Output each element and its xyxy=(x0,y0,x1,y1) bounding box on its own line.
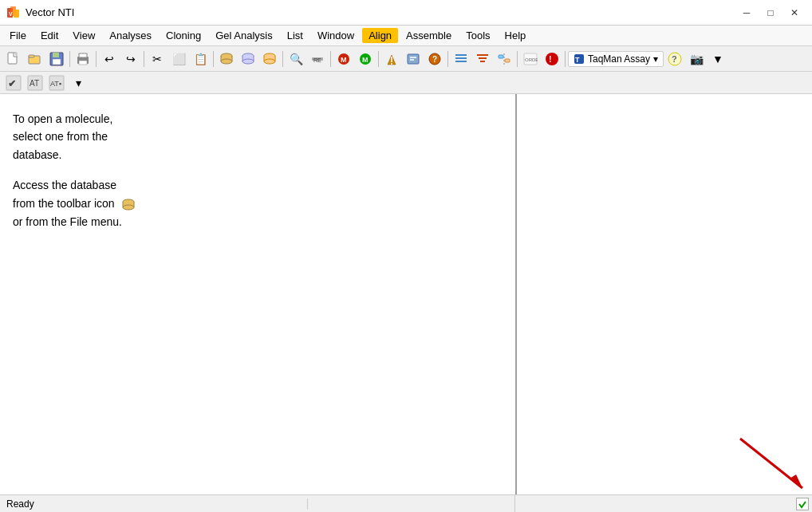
svg-text:AT▪: AT▪ xyxy=(50,80,61,88)
menu-bar: File Edit View Analyses Cloning Gel Anal… xyxy=(0,26,812,46)
status-checkbox[interactable] xyxy=(796,498,809,510)
svg-point-23 xyxy=(242,59,254,64)
app-icon: V xyxy=(6,6,21,20)
open-button[interactable] xyxy=(25,49,45,69)
toolbar-icon-inline xyxy=(118,195,136,213)
menu-view[interactable]: View xyxy=(66,28,101,43)
extra-button[interactable]: 📷 xyxy=(686,49,707,69)
mol1-button[interactable]: M xyxy=(333,49,354,69)
content-line3: database. xyxy=(13,148,62,161)
toolbar2-dropdown[interactable]: ▾ xyxy=(68,73,89,93)
toolbar2-btn2[interactable]: AT xyxy=(25,73,45,93)
svg-text:M: M xyxy=(362,56,369,64)
db2-button[interactable] xyxy=(238,49,258,69)
sep10 xyxy=(565,51,566,67)
menu-edit[interactable]: Edit xyxy=(34,28,65,43)
close-button[interactable]: ✕ xyxy=(783,4,806,22)
copy-button[interactable]: ⬜ xyxy=(168,49,189,69)
more-button[interactable]: ▼ xyxy=(708,49,728,69)
toolbar: ↩ ↪ ✂ ⬜ 📋 🔍 RE M M ? ORDER xyxy=(0,46,812,72)
paste-button[interactable]: 📋 xyxy=(190,49,211,69)
taqman-button[interactable]: T TaqMan Assay ▾ xyxy=(568,51,664,67)
title-left: V Vector NTI xyxy=(6,6,74,20)
left-panel: To open a molecule, select one from the … xyxy=(0,94,517,494)
svg-rect-38 xyxy=(408,54,419,64)
content-line6: or from the File menu. xyxy=(13,215,122,228)
alert-button[interactable]: ! xyxy=(542,49,562,69)
menu-help[interactable]: Help xyxy=(499,28,533,43)
svg-rect-44 xyxy=(455,57,467,59)
menu-tools[interactable]: Tools xyxy=(459,28,496,43)
maximize-button[interactable]: □ xyxy=(759,4,782,22)
align1-button[interactable] xyxy=(451,49,471,69)
svg-rect-9 xyxy=(53,53,59,57)
svg-text:!: ! xyxy=(549,54,552,64)
content-line4: Access the database xyxy=(13,179,116,191)
menu-analyses[interactable]: Analyses xyxy=(103,28,158,43)
svg-text:ORDER: ORDER xyxy=(525,57,538,62)
svg-rect-43 xyxy=(455,54,467,56)
svg-point-37 xyxy=(391,63,392,65)
save-button[interactable] xyxy=(46,49,67,69)
svg-rect-51 xyxy=(505,59,510,62)
status-right xyxy=(515,495,813,512)
svg-text:?: ? xyxy=(432,55,437,64)
find-button[interactable]: 🔍 xyxy=(286,49,306,69)
menu-file[interactable]: File xyxy=(3,28,33,43)
align2-button[interactable] xyxy=(472,49,493,69)
tool3-button[interactable]: ? xyxy=(424,49,445,69)
new-button[interactable] xyxy=(3,49,24,69)
db-button[interactable] xyxy=(216,49,237,69)
window-controls: ─ □ ✕ xyxy=(735,4,806,22)
svg-rect-13 xyxy=(79,61,87,65)
content-line5: from the toolbar icon xyxy=(13,197,115,210)
restriction-button[interactable]: RE xyxy=(307,49,328,69)
tool2-button[interactable] xyxy=(403,49,424,69)
sep6 xyxy=(330,51,331,67)
svg-point-70 xyxy=(123,205,134,210)
mol2-button[interactable]: M xyxy=(355,49,376,69)
main-area: To open a molecule, select one from the … xyxy=(0,94,812,494)
svg-text:✔: ✔ xyxy=(8,78,16,89)
menu-assemble[interactable]: Assemble xyxy=(400,28,458,43)
menu-gel-analysis[interactable]: Gel Analysis xyxy=(209,28,279,43)
status-text: Ready xyxy=(0,498,308,510)
minimize-button[interactable]: ─ xyxy=(735,4,758,22)
taqman-label: TaqMan Assay xyxy=(588,53,650,65)
svg-rect-45 xyxy=(455,61,467,62)
sep7 xyxy=(378,51,379,67)
order-button[interactable]: ORDER xyxy=(520,49,541,69)
redo-button[interactable]: ↪ xyxy=(120,49,141,69)
undo-button[interactable]: ↩ xyxy=(99,49,120,69)
align3-button[interactable] xyxy=(494,49,514,69)
right-panel xyxy=(517,94,812,494)
print-button[interactable] xyxy=(73,49,93,69)
svg-rect-48 xyxy=(480,61,485,62)
menu-align[interactable]: Align xyxy=(362,28,398,43)
title-bar: V Vector NTI ─ □ ✕ xyxy=(0,0,812,26)
content-text: To open a molecule, select one from the … xyxy=(13,110,503,243)
toolbar2-btn1[interactable]: ✔ xyxy=(3,73,24,93)
sep3 xyxy=(144,51,144,67)
svg-text:?: ? xyxy=(672,54,677,64)
svg-rect-50 xyxy=(499,55,503,58)
content-line2: select one from the xyxy=(13,130,108,143)
svg-rect-47 xyxy=(479,57,487,59)
taqman-dropdown-icon[interactable]: ▾ xyxy=(653,53,658,65)
menu-list[interactable]: List xyxy=(281,28,309,43)
help-button[interactable]: ? xyxy=(664,49,685,69)
svg-point-28 xyxy=(264,59,275,64)
svg-text:T: T xyxy=(575,56,580,64)
svg-rect-46 xyxy=(477,54,488,56)
toolbar2-btn3[interactable]: AT▪ xyxy=(46,73,67,93)
sep4 xyxy=(213,51,214,67)
menu-window[interactable]: Window xyxy=(311,28,361,43)
svg-text:V: V xyxy=(9,11,13,17)
menu-cloning[interactable]: Cloning xyxy=(160,28,207,43)
svg-text:AT: AT xyxy=(30,79,39,88)
app-title: Vector NTI xyxy=(26,6,74,18)
svg-rect-12 xyxy=(79,53,87,57)
cut-button[interactable]: ✂ xyxy=(147,49,168,69)
tool1-button[interactable] xyxy=(381,49,402,69)
db3-button[interactable] xyxy=(259,49,280,69)
